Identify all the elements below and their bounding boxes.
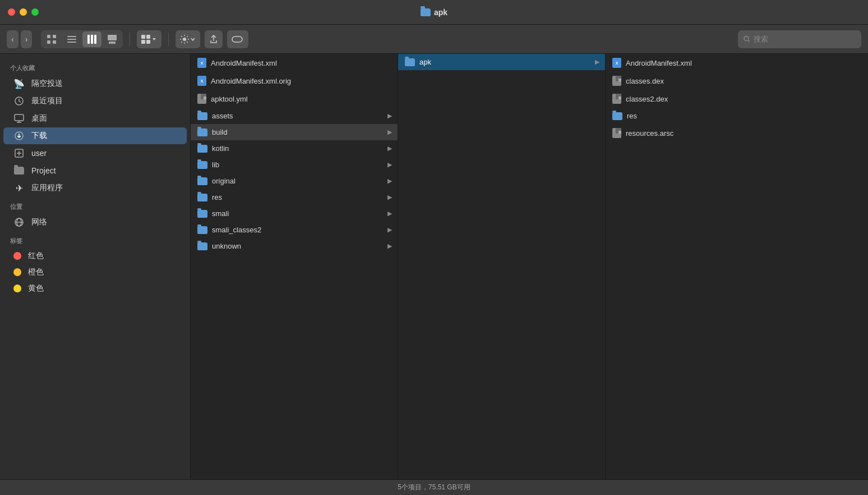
search-box[interactable] [738,30,861,48]
back-button[interactable]: ‹ [7,30,19,48]
maximize-button[interactable] [31,8,39,16]
file-item-build[interactable]: build ▶ [191,124,398,140]
sidebar-item-label: 黄色 [28,283,44,294]
red-tag-dot [13,252,21,260]
sidebar-item-recents[interactable]: 最近项目 [3,93,187,109]
sidebar-item-user[interactable]: user [3,145,187,162]
svg-rect-14 [141,35,145,39]
view-column-btn[interactable] [82,31,101,47]
divider1 [130,33,130,46]
svg-rect-7 [87,35,90,44]
airdrop-icon: 📡 [13,78,25,89]
view-list-btn[interactable] [62,31,81,47]
sidebar-item-network[interactable]: 网络 [3,214,187,231]
main-layout: 个人收藏 📡 隔空投送 最近项目 桌面 [0,54,868,479]
folder-icon [197,161,207,169]
recents-icon [13,95,25,107]
close-button[interactable] [8,8,15,16]
file-name: assets [212,112,391,120]
svg-rect-9 [94,35,96,44]
svg-point-18 [183,38,186,41]
orange-tag-dot [13,268,21,276]
view-gallery-btn[interactable] [103,31,122,47]
sidebar-item-orange[interactable]: 橙色 [3,264,187,280]
apps-icon: ✈ [13,182,25,194]
file-item-resources-arsc[interactable]: resources.arsc [606,124,813,142]
sidebar-item-label: 红色 [28,251,44,261]
file-name: smali [212,209,391,218]
svg-rect-4 [67,36,76,37]
file-item-lib[interactable]: lib ▶ [191,157,398,173]
minimize-button[interactable] [20,8,27,16]
search-icon [744,35,750,43]
view-icon-btn[interactable] [42,31,61,47]
search-input[interactable] [754,35,856,43]
forward-button[interactable]: › [21,30,33,48]
sidebar-item-apps[interactable]: ✈ 应用程序 [3,180,187,196]
tags-section-header: 标签 [0,231,190,247]
folder-icon [197,112,207,120]
xml-icon: X [612,58,621,68]
chevron-icon: ▶ [595,58,599,66]
sidebar-item-project[interactable]: Project [3,162,187,179]
file-item-res[interactable]: res ▶ [191,189,398,205]
desktop-icon [13,113,25,124]
project-folder-icon [13,165,25,176]
chevron-icon: ▶ [387,129,392,136]
user-icon [13,148,25,159]
file-name: original [212,177,391,185]
group-button[interactable] [137,30,161,48]
sidebar: 个人收藏 📡 隔空投送 最近项目 桌面 [0,54,191,479]
sidebar-item-label: 隔空投送 [31,79,63,89]
file-item-assets[interactable]: assets ▶ [191,108,398,124]
folder-icon [197,242,207,250]
file-item-apktool[interactable]: apktool.yml [191,90,398,108]
tag-button[interactable] [227,30,248,48]
chevron-icon: ▶ [387,161,392,168]
file-name: unknown [212,242,391,250]
folder-icon [197,129,207,136]
file-item-original[interactable]: original ▶ [191,173,398,189]
svg-rect-10 [108,35,117,40]
file-item-kotlin[interactable]: kotlin ▶ [191,140,398,157]
yellow-tag-dot [13,285,21,292]
folder-icon [197,210,207,218]
svg-rect-11 [109,42,111,44]
file-item-androidmanifest-orig[interactable]: X AndroidManifest.xml.orig [191,72,398,90]
sidebar-item-red[interactable]: 红色 [3,248,187,264]
location-section-header: 位置 [0,197,190,213]
file-item-androidmanifest[interactable]: X AndroidManifest.xml [191,54,398,72]
svg-rect-2 [47,40,50,44]
file-item-smali-classes2[interactable]: smali_classes2 ▶ [191,222,398,238]
xml-icon: X [197,76,206,86]
file-icon [197,94,206,104]
settings-button[interactable] [176,30,200,48]
file-item-classes2-dex[interactable]: classes2.dex [606,90,813,108]
sidebar-item-yellow[interactable]: 黄色 [3,281,187,296]
svg-rect-3 [53,40,56,44]
file-name: smali_classes2 [212,226,391,234]
file-name: classes2.dex [626,95,806,103]
file-item-smali[interactable]: smali ▶ [191,205,398,222]
file-name: AndroidManifest.xml.orig [211,77,391,85]
svg-rect-19 [232,36,242,42]
file-browser: X AndroidManifest.xml X AndroidManifest.… [191,54,868,479]
file-item-unknown[interactable]: unknown ▶ [191,238,398,254]
file-name: lib [212,161,391,169]
share-button[interactable] [205,30,223,48]
sidebar-item-downloads[interactable]: 下载 [3,127,187,144]
file-item-apk[interactable]: apk ▶ [398,54,605,70]
svg-rect-16 [141,40,145,44]
chevron-icon: ▶ [387,177,392,185]
sidebar-item-desktop[interactable]: 桌面 [3,110,187,127]
chevron-icon: ▶ [387,210,392,217]
svg-rect-0 [47,35,50,38]
file-name: build [212,128,391,136]
traffic-lights [8,8,39,16]
svg-rect-1 [53,35,56,38]
sidebar-item-airdrop[interactable]: 📡 隔空投送 [3,75,187,92]
file-item-classes-dex[interactable]: classes.dex [606,72,813,90]
column-2: apk ▶ [398,54,606,479]
file-item-androidmanifest3[interactable]: X AndroidManifest.xml [606,54,813,72]
file-item-res3[interactable]: res [606,108,813,124]
